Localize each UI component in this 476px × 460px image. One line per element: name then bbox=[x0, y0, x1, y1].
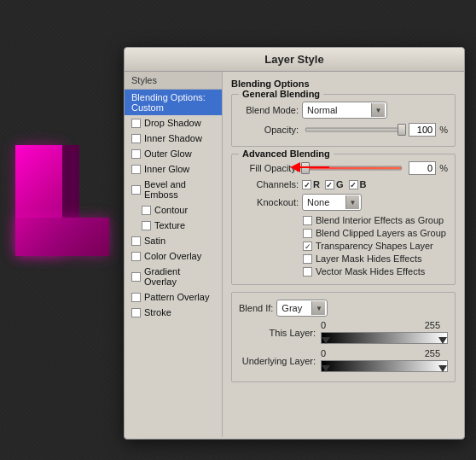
sidebar-item-inner-glow[interactable]: Inner Glow bbox=[125, 161, 222, 177]
sidebar-item-color-overlay[interactable]: Color Overlay bbox=[125, 248, 222, 264]
knockout-value: None bbox=[305, 196, 344, 208]
pattern-overlay-checkbox[interactable] bbox=[131, 293, 141, 302]
vector-mask-checkbox[interactable] bbox=[303, 267, 312, 277]
this-layer-gradient[interactable] bbox=[321, 332, 448, 344]
opacity-row: Opacity: % bbox=[239, 123, 448, 137]
sidebar-item-contour[interactable]: Contour bbox=[125, 202, 222, 218]
stroke-checkbox[interactable] bbox=[131, 308, 141, 317]
blend-if-value: Gray bbox=[279, 302, 310, 314]
texture-checkbox[interactable] bbox=[142, 221, 151, 230]
channel-b-label: B bbox=[360, 179, 367, 189]
knockout-arrow[interactable]: ▼ bbox=[345, 195, 359, 209]
red-arrow-annotation bbox=[288, 159, 331, 178]
vector-mask-row: Vector Mask Hides Effects bbox=[303, 266, 448, 277]
this-layer-min: 0 bbox=[321, 320, 326, 330]
inner-shadow-checkbox[interactable] bbox=[131, 134, 141, 143]
sidebar-item-blending-options[interactable]: Blending Options: Custom bbox=[125, 90, 222, 115]
channel-b[interactable]: B bbox=[349, 179, 367, 189]
channel-r-checkbox[interactable] bbox=[302, 180, 311, 189]
channel-g-checkbox[interactable] bbox=[325, 180, 334, 189]
color-overlay-label: Color Overlay bbox=[144, 251, 201, 261]
sidebar-item-gradient-overlay[interactable]: Gradient Overlay bbox=[125, 264, 222, 289]
contour-label: Contour bbox=[154, 205, 188, 215]
inner-glow-checkbox[interactable] bbox=[131, 165, 141, 174]
underlying-layer-left-handle[interactable] bbox=[322, 365, 330, 372]
sidebar-item-inner-shadow[interactable]: Inner Shadow bbox=[125, 131, 222, 146]
transparency-shapes-checkbox[interactable] bbox=[303, 242, 312, 251]
channel-g[interactable]: G bbox=[325, 179, 344, 189]
sidebar-item-drop-shadow[interactable]: Drop Shadow bbox=[125, 115, 222, 131]
bevel-emboss-label: Bevel and Emboss bbox=[144, 179, 215, 200]
advanced-blending-label: Advanced Blending bbox=[239, 148, 334, 159]
drop-shadow-checkbox[interactable] bbox=[131, 119, 141, 128]
this-layer-values: 0 255 bbox=[321, 320, 440, 330]
blend-mode-arrow[interactable]: ▼ bbox=[371, 103, 385, 117]
drop-shadow-label: Drop Shadow bbox=[144, 118, 201, 128]
blend-if-dropdown[interactable]: Gray ▼ bbox=[276, 300, 328, 317]
underlying-layer-right-handle[interactable] bbox=[438, 365, 447, 372]
outer-glow-label: Outer Glow bbox=[144, 148, 192, 159]
blend-clipped-checkbox[interactable] bbox=[303, 229, 312, 238]
sidebar-item-outer-glow[interactable]: Outer Glow bbox=[125, 146, 222, 161]
this-layer-label: This Layer: bbox=[239, 328, 316, 338]
fill-opacity-row: Fill Opacity: % bbox=[239, 161, 448, 175]
l-inner-face bbox=[62, 145, 79, 218]
dialog-title: Layer Style bbox=[264, 53, 323, 66]
sidebar-item-bevel-emboss[interactable]: Bevel and Emboss bbox=[125, 177, 222, 202]
this-layer-max: 255 bbox=[425, 320, 440, 330]
blending-options-title: Blending Options bbox=[231, 79, 456, 89]
transparency-shapes-label: Transparency Shapes Layer bbox=[316, 241, 433, 251]
styles-list: Blending Options: Custom Drop Shadow Inn… bbox=[125, 90, 222, 320]
bevel-emboss-checkbox[interactable] bbox=[131, 185, 141, 195]
fill-opacity-percent: % bbox=[439, 163, 448, 173]
channel-r[interactable]: R bbox=[302, 179, 320, 189]
inner-glow-label: Inner Glow bbox=[144, 164, 189, 174]
dialog-title-bar: Layer Style bbox=[125, 48, 464, 72]
blend-interior-label: Blend Interior Effects as Group bbox=[316, 215, 444, 225]
satin-label: Satin bbox=[144, 236, 165, 246]
layer-mask-row: Layer Mask Hides Effects bbox=[303, 253, 448, 264]
underlying-layer-gradient[interactable] bbox=[321, 360, 448, 372]
outer-glow-checkbox[interactable] bbox=[131, 149, 141, 159]
blend-interior-row: Blend Interior Effects as Group bbox=[303, 215, 448, 225]
opacity-percent: % bbox=[439, 125, 448, 135]
blend-if-section: Blend If: Gray ▼ This Layer: 0 255 bbox=[231, 292, 456, 382]
underlying-layer-values: 0 255 bbox=[321, 348, 440, 358]
this-layer-right-handle[interactable] bbox=[438, 337, 447, 344]
underlying-layer-max: 255 bbox=[425, 348, 440, 358]
opacity-label: Opacity: bbox=[239, 125, 299, 135]
general-blending-label: General Blending bbox=[239, 89, 323, 99]
this-layer-row: This Layer: 0 255 bbox=[239, 320, 448, 346]
gradient-overlay-checkbox[interactable] bbox=[131, 272, 141, 282]
advanced-checkboxes: Blend Interior Effects as Group Blend Cl… bbox=[239, 215, 448, 277]
sidebar-item-pattern-overlay[interactable]: Pattern Overlay bbox=[125, 289, 222, 305]
this-layer-left-handle[interactable] bbox=[322, 337, 330, 344]
layer-mask-checkbox[interactable] bbox=[303, 254, 312, 264]
blend-mode-row: Blend Mode: Normal ▼ bbox=[239, 102, 448, 119]
channel-g-label: G bbox=[336, 179, 344, 189]
channels-row: Channels: R G B bbox=[239, 179, 448, 189]
blend-mode-dropdown[interactable]: Normal ▼ bbox=[302, 102, 387, 119]
blend-if-label: Blend If: bbox=[239, 303, 273, 313]
contour-checkbox[interactable] bbox=[142, 206, 151, 215]
inner-shadow-label: Inner Shadow bbox=[144, 133, 202, 143]
sidebar-item-texture[interactable]: Texture bbox=[125, 218, 222, 233]
opacity-thumb[interactable] bbox=[398, 124, 406, 136]
opacity-input[interactable] bbox=[409, 123, 436, 137]
knockout-label: Knockout: bbox=[239, 197, 299, 207]
sidebar-item-stroke[interactable]: Stroke bbox=[125, 305, 222, 320]
color-overlay-checkbox[interactable] bbox=[131, 252, 141, 261]
underlying-layer-row: Underlying Layer: 0 255 bbox=[239, 348, 448, 374]
opacity-slider[interactable] bbox=[305, 125, 402, 135]
sidebar-item-satin[interactable]: Satin bbox=[125, 233, 222, 248]
knockout-dropdown[interactable]: None ▼ bbox=[302, 194, 362, 211]
satin-checkbox[interactable] bbox=[131, 236, 141, 246]
blend-interior-checkbox[interactable] bbox=[303, 216, 312, 225]
channel-b-checkbox[interactable] bbox=[349, 180, 358, 189]
vector-mask-label: Vector Mask Hides Effects bbox=[316, 266, 425, 277]
blend-clipped-label: Blend Clipped Layers as Group bbox=[316, 228, 446, 238]
blend-if-arrow[interactable]: ▼ bbox=[311, 301, 325, 315]
this-layer-slider-area: 0 255 bbox=[321, 320, 448, 346]
fill-opacity-input[interactable] bbox=[409, 161, 436, 175]
layer-style-dialog: Layer Style Styles Blending Options: Cus… bbox=[124, 47, 465, 440]
